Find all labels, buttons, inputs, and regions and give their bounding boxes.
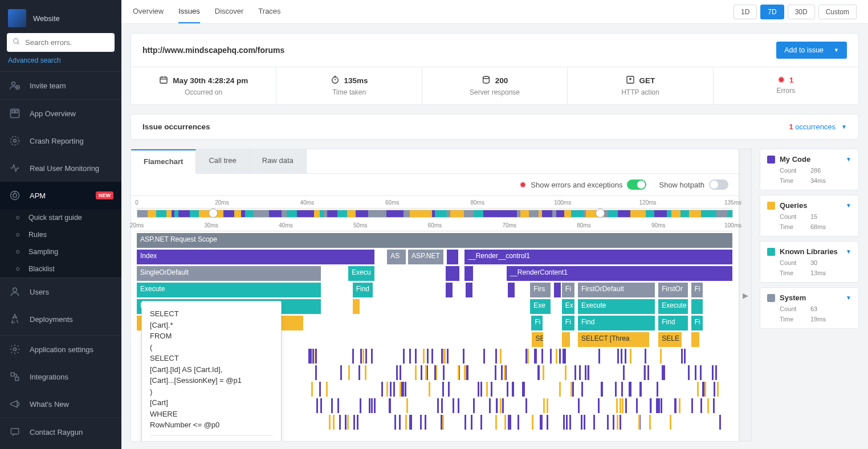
flame-tab-call-tree[interactable]: Call tree: [196, 149, 249, 173]
scroll-right-button[interactable]: ▶: [739, 149, 752, 442]
flame-block[interactable]: SELE: [658, 332, 682, 347]
range-30d[interactable]: 30D: [788, 5, 815, 19]
sidebar-item-deployments[interactable]: Deployments: [0, 305, 121, 333]
app-icon: [8, 9, 26, 27]
flame-tab-raw-data[interactable]: Raw data: [250, 149, 307, 173]
flame-tab-flamechart[interactable]: Flamechart: [131, 149, 196, 174]
crash-reporting-icon: [8, 134, 22, 148]
range-custom[interactable]: Custom: [818, 5, 857, 19]
sidebar-contact[interactable]: Contact Raygun: [0, 418, 121, 446]
legend-name: Queries: [780, 201, 807, 210]
occurrences-count: 1 occurrences: [789, 123, 836, 131]
flame-block[interactable]: Execute: [578, 299, 655, 314]
tab-issues[interactable]: Issues: [178, 0, 200, 23]
flame-block[interactable]: Index: [137, 250, 375, 264]
legend-panel-my-code[interactable]: My Code ▼ Count286 Time34ms: [760, 149, 859, 190]
flame-block[interactable]: Fi: [562, 316, 575, 330]
flame-body[interactable]: ASP.NET Request ScopeIndexASASP.NET__Ren…: [131, 231, 739, 441]
flame-block[interactable]: Find: [578, 316, 655, 330]
color-swatch: [767, 202, 775, 210]
flame-block[interactable]: [554, 283, 561, 297]
db-icon: [482, 75, 491, 86]
flame-block[interactable]: [446, 283, 453, 297]
flame-block[interactable]: ASP.NET: [408, 250, 444, 264]
timeline: 020ms40ms60ms80ms100ms120ms135ms 20ms30m…: [131, 196, 739, 231]
range-1d[interactable]: 1D: [733, 5, 757, 19]
flame-block[interactable]: Ex: [562, 299, 575, 314]
sidebar-invite-team[interactable]: Invite team: [0, 72, 121, 99]
chevron-down-icon: ▼: [846, 202, 851, 209]
add-to-issue-button[interactable]: Add to issue ▼: [776, 42, 847, 59]
sidebar-item-app-overview[interactable]: App Overview: [0, 100, 121, 127]
stat-label: HTTP action: [573, 88, 707, 96]
flame-block[interactable]: [466, 283, 473, 297]
flame-block[interactable]: Find: [658, 316, 688, 330]
flame-block[interactable]: FirstOrDefault: [578, 283, 655, 297]
flame-block[interactable]: [691, 299, 703, 314]
errors-toggle[interactable]: [627, 179, 646, 190]
flame-block[interactable]: __RenderContent1: [507, 266, 733, 281]
flame-block[interactable]: FirstOr: [658, 283, 688, 297]
flame-block[interactable]: [453, 266, 460, 281]
legend-panel-known-libraries[interactable]: Known Libraries ▼ Count30 Time13ms: [760, 241, 859, 283]
bullet-icon: [16, 267, 19, 271]
issue-occurrences-row[interactable]: Issue occurrences 1 occurrences ▼: [131, 114, 859, 140]
flame-block[interactable]: [446, 266, 453, 281]
flame-block[interactable]: Firs: [530, 283, 551, 297]
sidebar-sub-quick-start-guide[interactable]: Quick start guide: [0, 209, 121, 226]
flame-block[interactable]: SE: [532, 332, 544, 347]
sidebar-item-real-user-monitoring[interactable]: Real User Monitoring: [0, 154, 121, 182]
sidebar-item-users[interactable]: Users: [0, 278, 121, 305]
flame-block[interactable]: [447, 250, 459, 264]
flame-block[interactable]: Find: [353, 283, 374, 297]
flame-block[interactable]: Execute: [658, 299, 688, 314]
sidebar-item-apm[interactable]: APM NEW: [0, 182, 121, 209]
legend-panel-queries[interactable]: Queries ▼ Count15 Time68ms: [760, 195, 859, 236]
flame-block[interactable]: Execute: [137, 283, 321, 297]
overview-bar[interactable]: [137, 210, 733, 218]
flame-block[interactable]: Fi: [691, 283, 703, 297]
tab-overview[interactable]: Overview: [133, 0, 164, 23]
sidebar-sub-sampling[interactable]: Sampling: [0, 243, 121, 260]
search-input[interactable]: [25, 38, 121, 47]
hotpath-toggle[interactable]: [709, 179, 728, 190]
zoom-handle-left[interactable]: [209, 209, 218, 218]
flame-block[interactable]: [464, 266, 474, 281]
sidebar-item-crash-reporting[interactable]: Crash Reporting: [0, 127, 121, 154]
sidebar-item-what-s-new[interactable]: What's New: [0, 390, 121, 418]
flame-block[interactable]: [353, 299, 360, 314]
sidebar-item-application-settings[interactable]: Application settings: [0, 336, 121, 363]
flame-block[interactable]: Exe: [530, 299, 551, 314]
range-7d[interactable]: 7D: [760, 5, 784, 19]
stat-value: 200: [495, 76, 508, 85]
real-user-monitoring-icon: [8, 161, 22, 175]
flame-block[interactable]: Fi: [531, 316, 543, 330]
flame-block[interactable]: AS: [387, 250, 406, 264]
legend-panel-system[interactable]: System ▼ Count63 Time19ms: [760, 287, 859, 329]
flame-block[interactable]: [508, 283, 515, 297]
sidebar-sub-blacklist[interactable]: Blacklist: [0, 260, 121, 277]
flame-block[interactable]: __Render__control1: [464, 250, 733, 264]
flame-block[interactable]: [691, 332, 700, 347]
tab-discover[interactable]: Discover: [215, 0, 244, 23]
calendar-icon: [159, 75, 168, 86]
stat-http-action: GET HTTP action: [568, 67, 713, 104]
sidebar: Website Advanced search Invite team App …: [0, 0, 121, 449]
advanced-search-link[interactable]: Advanced search: [0, 56, 121, 71]
bullet-icon: [16, 233, 19, 236]
sidebar-sub-rules[interactable]: Rules: [0, 226, 121, 243]
legend-name: System: [780, 293, 806, 302]
flame-block[interactable]: Fi: [691, 316, 703, 330]
nav-label: Real User Monitoring: [30, 164, 99, 173]
flame-block[interactable]: SingleOrDefault: [137, 266, 321, 281]
sidebar-item-integrations[interactable]: Integrations: [0, 363, 121, 390]
app-name: Website: [33, 14, 60, 23]
tab-traces[interactable]: Traces: [258, 0, 280, 23]
flame-block[interactable]: [562, 332, 571, 347]
flame-block[interactable]: SELECT [Threa: [578, 332, 650, 347]
flame-block[interactable]: Execu: [348, 266, 375, 281]
bug-icon: ✹: [778, 75, 785, 84]
flame-block[interactable]: ASP.NET Request Scope: [137, 233, 733, 248]
flame-block[interactable]: Fi: [562, 283, 575, 297]
search-box[interactable]: [7, 33, 115, 52]
